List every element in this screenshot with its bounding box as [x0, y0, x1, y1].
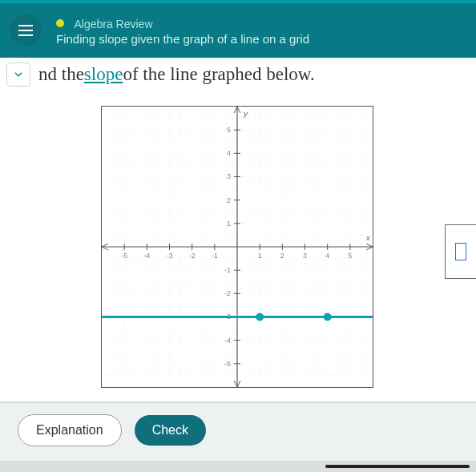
svg-text:-4: -4 [143, 252, 150, 260]
svg-text:4: 4 [227, 149, 231, 157]
svg-text:5: 5 [348, 252, 352, 260]
graph-svg: -5-4-3-2-112345-5-4-3-2-112345xy [102, 107, 373, 387]
question-text-post: of the line graphed below. [123, 64, 314, 85]
svg-text:3: 3 [227, 173, 231, 181]
svg-text:-4: -4 [224, 337, 231, 345]
svg-text:-2: -2 [189, 252, 196, 260]
chevron-down-icon [13, 69, 24, 80]
svg-text:-1: -1 [224, 266, 231, 274]
svg-point-93 [256, 313, 264, 321]
lesson-subtitle: Finding slope given the graph of a line … [56, 32, 309, 46]
svg-text:-5: -5 [224, 360, 231, 368]
svg-text:-3: -3 [167, 252, 173, 260]
question-bar: nd the slope of the line graphed below. [0, 58, 476, 91]
answer-cursor-icon [455, 243, 466, 260]
svg-text:4: 4 [325, 252, 329, 260]
footer: Explanation Check [0, 401, 476, 472]
svg-text:-5: -5 [121, 252, 127, 260]
svg-text:3: 3 [303, 252, 307, 260]
button-row: Explanation Check [0, 401, 476, 461]
svg-text:1: 1 [227, 220, 231, 228]
svg-text:5: 5 [227, 126, 231, 134]
svg-text:-2: -2 [224, 289, 231, 297]
svg-text:-1: -1 [212, 252, 218, 260]
answer-input-box[interactable] [445, 224, 476, 279]
bottom-scrollbar[interactable] [0, 461, 476, 472]
svg-point-94 [324, 313, 332, 321]
check-button[interactable]: Check [135, 415, 206, 446]
explanation-button[interactable]: Explanation [18, 414, 122, 446]
svg-text:2: 2 [280, 252, 284, 260]
coordinate-graph: -5-4-3-2-112345-5-4-3-2-112345xy [101, 106, 373, 388]
collapse-button[interactable] [6, 63, 30, 87]
app-header: Algebra Review Finding slope given the g… [0, 3, 476, 58]
slope-glossary-link[interactable]: slope [84, 64, 123, 85]
hamburger-menu-button[interactable] [10, 14, 42, 46]
svg-text:x: x [365, 233, 371, 242]
svg-text:1: 1 [258, 252, 262, 260]
svg-text:y: y [243, 109, 248, 118]
course-title: Algebra Review [74, 17, 152, 30]
status-dot-icon [56, 19, 64, 27]
question-text-pre: nd the [38, 64, 84, 85]
content-area: -5-4-3-2-112345-5-4-3-2-112345xy [0, 91, 476, 420]
svg-text:2: 2 [227, 196, 231, 204]
